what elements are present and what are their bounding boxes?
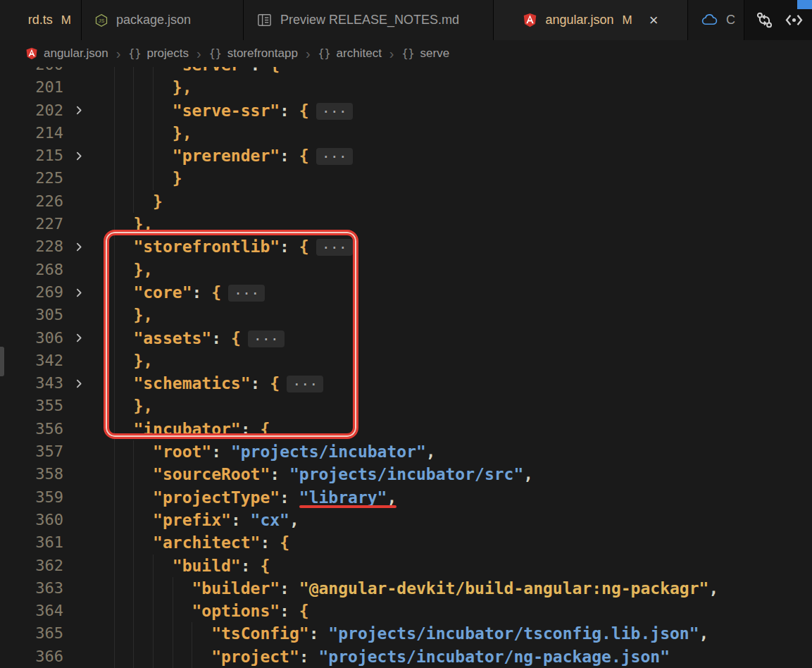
tab-package-json[interactable]: JS package.json	[82, 0, 244, 40]
fold-chevron-icon[interactable]	[63, 332, 94, 344]
line-number: 201	[0, 76, 63, 99]
indent-guide	[114, 463, 115, 485]
chevron-separator-icon: ›	[306, 46, 311, 62]
close-icon[interactable]: ×	[649, 13, 658, 28]
code-text: "schematics": {···	[94, 372, 323, 395]
indent-guide	[153, 167, 154, 190]
folded-region-dots: ···	[287, 376, 323, 392]
indent-guide	[114, 645, 115, 668]
code-text: },	[94, 122, 192, 144]
indent-guide	[114, 440, 115, 463]
code-text: "incubator": {	[94, 418, 270, 440]
code-text: }	[94, 190, 163, 213]
indent-guide	[114, 395, 115, 417]
indent-guide	[114, 350, 115, 372]
code-text: },	[94, 213, 153, 235]
fold-chevron-icon[interactable]	[63, 378, 94, 390]
tab-preview-release-notes[interactable]: Preview RELEASE_NOTES.md	[244, 0, 494, 40]
code-line-358: 358 "sourceRoot": "projects/incubator/sr…	[0, 463, 812, 485]
code-text: "tsConfig": "projects/incubator/tsconfig…	[94, 622, 708, 645]
line-number: 357	[0, 440, 63, 463]
tab-partial-right[interactable]: C	[688, 0, 744, 40]
tab-angular-json[interactable]: angular.json M ×	[494, 0, 688, 40]
line-number: 215	[0, 144, 63, 167]
tab-file-rd-ts[interactable]: rd.ts M	[0, 0, 82, 40]
json-symbol-icon: {}	[209, 47, 222, 60]
line-number: 362	[0, 555, 63, 577]
indent-guide	[133, 76, 134, 99]
code-line-343: 343 "schematics": {···	[0, 372, 812, 395]
indent-guide	[114, 577, 115, 600]
code-line-305: 305 },	[0, 304, 812, 326]
tab-label: C	[726, 13, 735, 27]
code-line-366: 366 "project": "projects/incubator/ng-pa…	[0, 645, 812, 668]
code-text: },	[94, 350, 153, 372]
indent-guide	[153, 645, 154, 668]
json-symbol-icon: {}	[128, 47, 141, 60]
line-number: 214	[0, 122, 63, 144]
indent-guide	[192, 645, 192, 668]
git-modified-badge: M	[623, 13, 632, 27]
indent-guide	[114, 67, 115, 76]
breadcrumb-item-architect[interactable]: {} architect	[318, 47, 382, 61]
code-line-225: 225 }	[0, 167, 812, 190]
indent-guide	[133, 122, 134, 144]
fold-chevron-icon[interactable]	[63, 241, 94, 253]
code-text: "core": {···	[94, 281, 265, 304]
code-text: "project": "projects/incubator/ng-packag…	[94, 645, 670, 668]
breadcrumb-item-projects[interactable]: {} projects	[128, 47, 189, 61]
code-line-201: 201 },	[0, 76, 812, 99]
left-edge-handle[interactable]	[0, 347, 4, 376]
line-number: 228	[0, 235, 63, 258]
indent-guide	[153, 99, 154, 122]
json-symbol-icon: {}	[318, 47, 331, 60]
breadcrumb-item-storefrontapp[interactable]: {} storefrontapp	[209, 47, 298, 61]
indent-guide	[153, 144, 154, 167]
indent-guide	[114, 281, 115, 304]
indent-guide	[114, 418, 115, 440]
folded-region-dots: ···	[316, 239, 353, 256]
fold-chevron-icon[interactable]	[63, 150, 94, 162]
angular-icon	[25, 47, 38, 60]
indent-guide	[153, 76, 154, 99]
code-text: },	[94, 76, 192, 99]
open-changes-icon[interactable]	[785, 11, 804, 30]
line-number: 226	[0, 190, 63, 213]
cloud-icon	[701, 11, 718, 29]
line-number: 200	[0, 67, 63, 76]
breadcrumb-item-serve[interactable]: {} serve	[402, 47, 450, 61]
indent-guide	[153, 122, 154, 144]
fold-chevron-icon[interactable]	[63, 287, 94, 299]
code-line-364: 364 "options": {	[0, 600, 812, 622]
angular-icon	[523, 13, 537, 27]
indent-guide	[114, 99, 115, 122]
code-text: },	[94, 304, 153, 326]
line-number: 358	[0, 463, 63, 485]
git-modified-badge: M	[61, 13, 71, 27]
svg-text:JS: JS	[99, 18, 105, 23]
git-compare-icon[interactable]	[756, 11, 773, 29]
line-number: 269	[0, 281, 63, 304]
code-text: "root": "projects/incubator",	[94, 440, 436, 463]
code-line-365: 365 "tsConfig": "projects/incubator/tsco…	[0, 622, 812, 645]
breadcrumb-file[interactable]: angular.json	[44, 47, 108, 61]
folded-region-dots: ···	[248, 330, 285, 347]
code-text: "sourceRoot": "projects/incubator/src",	[94, 463, 533, 485]
code-text: "builder": "@angular-devkit/build-angula…	[94, 577, 718, 600]
indent-guide	[173, 577, 173, 600]
folded-region-dots: ···	[316, 148, 353, 165]
indent-guide	[114, 486, 115, 509]
indent-guide	[133, 645, 134, 668]
indent-guide	[133, 190, 134, 213]
json-symbol-icon: {}	[402, 47, 415, 60]
indent-guide	[133, 67, 134, 76]
line-number: 306	[0, 327, 63, 350]
fold-chevron-icon[interactable]	[63, 104, 94, 116]
code-text: },	[94, 259, 153, 281]
code-editor[interactable]: 200 "server": {201 },202 "serve-ssr": {·…	[0, 67, 812, 668]
indent-guide	[133, 600, 134, 622]
indent-guide	[133, 99, 134, 122]
line-number: 355	[0, 395, 63, 417]
line-number: 268	[0, 259, 63, 281]
indent-guide	[153, 622, 154, 645]
